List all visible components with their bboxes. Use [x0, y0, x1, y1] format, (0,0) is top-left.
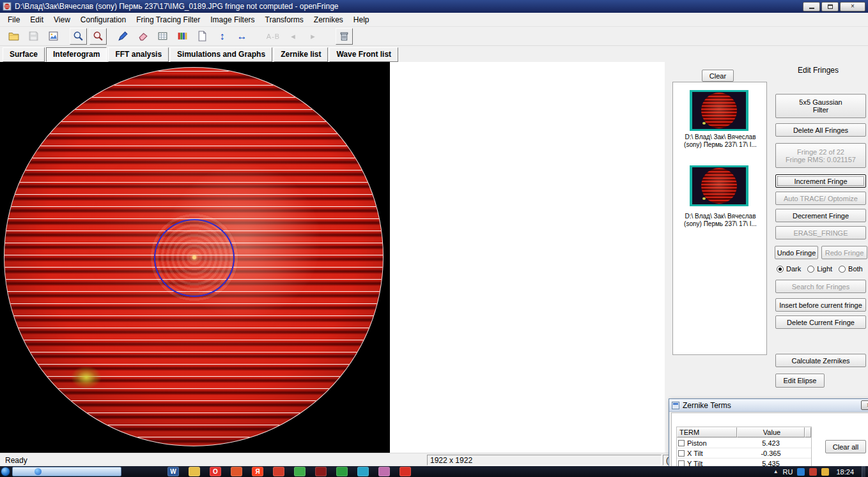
redo-fringe-button[interactable]: Redo Fringe	[821, 246, 867, 259]
table-row[interactable]: Piston 5.423	[677, 437, 811, 448]
taskbar-icon-word[interactable]: W	[167, 467, 179, 476]
taskbar: W O Я ▲ RU 18:24	[0, 466, 868, 477]
color-bars-icon	[177, 31, 188, 42]
menu-item-file[interactable]: File	[3, 13, 25, 26]
taskbar-icon-app-11[interactable]	[378, 467, 390, 476]
menu-item-fring-tracing-filter[interactable]: Fring Tracing Filter	[131, 13, 205, 26]
save-icon	[28, 31, 39, 42]
edit-elipse-button[interactable]: Edit Elipse	[775, 374, 825, 388]
zernike-checkbox-piston[interactable]	[678, 440, 685, 446]
toolbar-open-button[interactable]	[5, 28, 22, 45]
interferogram-canvas[interactable]	[0, 62, 390, 453]
window-minimize-button[interactable]	[803, 2, 820, 11]
taskbar-icon-browser[interactable]	[231, 467, 242, 476]
light-radio[interactable]	[807, 266, 814, 273]
taskbar-icon-yandex[interactable]: Я	[252, 467, 263, 476]
menu-item-transforms[interactable]: Transforms	[260, 13, 309, 26]
fringe-thumbnail-1[interactable]	[690, 90, 748, 131]
menu-item-view[interactable]: View	[49, 13, 75, 26]
toolbar: ↕ ↔ A-B ◄ ►	[0, 27, 868, 46]
gaussian-filter-button[interactable]: 5x5 Gaussian Filter	[775, 94, 866, 118]
calculate-zernikes-button[interactable]: Calculate Zernikes	[775, 354, 866, 367]
next-triangle-icon: ►	[309, 33, 316, 40]
delete-current-fringe-button[interactable]: Delete Current Fringe	[775, 315, 866, 329]
menu-item-edit[interactable]: Edit	[25, 13, 49, 26]
toolbar-zoom-button-2[interactable]	[89, 28, 107, 45]
fringe-thumbnail-2[interactable]	[690, 165, 748, 206]
taskbar-search-band[interactable]	[12, 467, 121, 476]
toolbar-next-button[interactable]: ►	[304, 28, 322, 45]
menu-item-configuration[interactable]: Configuration	[75, 13, 131, 26]
menu-item-help[interactable]: Help	[348, 13, 375, 26]
toolbar-pen-button[interactable]	[114, 28, 132, 45]
toolbar-horizontal-flip-button[interactable]: ↔	[233, 28, 251, 45]
taskbar-icon-app-12[interactable]	[399, 467, 411, 476]
term-column-header[interactable]: TERM	[677, 427, 737, 437]
toolbar-ab-button[interactable]: A-B	[265, 28, 282, 45]
fringe-panel: Edit Fringes Clear D:\ Влад\ Зак\ Вячесл…	[665, 62, 868, 453]
taskbar-clock[interactable]: 18:24	[836, 468, 854, 476]
start-button[interactable]	[1, 467, 10, 476]
tab-wave-front-list[interactable]: Wave Front list	[329, 47, 398, 62]
fringe-artifact-spot	[71, 366, 102, 389]
toolbar-grid-button[interactable]	[154, 28, 171, 45]
vertical-arrows-icon: ↕	[220, 31, 225, 42]
taskbar-icon-app-9[interactable]	[336, 467, 348, 476]
toolbar-colorbars-button[interactable]	[174, 28, 191, 45]
hidden-icons-chevron[interactable]: ▲	[773, 469, 779, 474]
tray-icon-network[interactable]	[797, 468, 805, 476]
decrement-fringe-button[interactable]: Decrement Fringe	[775, 209, 866, 222]
zernike-checkbox-y-tilt[interactable]	[678, 460, 685, 467]
tray-icon-volume[interactable]	[821, 468, 829, 476]
tab-zernike-list[interactable]: Zernike list	[274, 47, 328, 62]
clear-all-button[interactable]: Clear all	[825, 440, 866, 453]
browser-orb-icon	[35, 468, 42, 475]
auto-trace-button[interactable]: Auto TRACE/ Optomize	[775, 192, 866, 205]
toolbar-page-button[interactable]	[194, 28, 211, 45]
toolbar-save-button[interactable]	[25, 28, 42, 45]
taskbar-icon-app-6[interactable]	[273, 467, 284, 476]
tab-surface[interactable]: Surface	[3, 47, 45, 62]
window-maximize-button[interactable]	[821, 2, 839, 11]
toolbar-image-button[interactable]	[45, 28, 62, 45]
taskbar-icon-folder[interactable]	[189, 467, 200, 476]
erase-fringe-button[interactable]: ERASE_FRINGE	[775, 226, 866, 239]
taskbar-icon-app-10[interactable]	[357, 467, 369, 476]
toolbar-prev-button[interactable]: ◄	[284, 28, 302, 45]
language-indicator[interactable]: RU	[783, 468, 793, 476]
menu-item-image-filters[interactable]: Image Filters	[205, 13, 260, 26]
thumbnail-image	[692, 92, 746, 129]
tab-inteferogram[interactable]: Inteferogram	[46, 47, 107, 62]
tab-simulations-and-graphs[interactable]: Simulations and Graphs	[170, 47, 272, 62]
toolbar-zoom-button-1[interactable]	[70, 28, 87, 45]
thumbnail-fringe-disk	[701, 93, 737, 128]
both-radio[interactable]	[839, 266, 846, 273]
show-desktop-button[interactable]	[862, 466, 865, 477]
taskbar-icon-app-8[interactable]	[315, 467, 327, 476]
menu-item-zernikes[interactable]: Zernikes	[309, 13, 348, 26]
window-close-button[interactable]: ×	[840, 2, 865, 11]
toolbar-eraser-button[interactable]	[134, 28, 151, 45]
dark-radio[interactable]	[777, 266, 784, 273]
tab-fft-analysis[interactable]: FFT analysis	[108, 47, 169, 62]
dark-radio-label: Dark	[786, 265, 801, 273]
insert-before-fringe-button[interactable]: Insert before current fringe	[775, 298, 866, 312]
zernike-checkbox-x-tilt[interactable]	[678, 450, 685, 457]
toolbar-delete-button[interactable]	[336, 28, 353, 45]
taskbar-icon-opera[interactable]: O	[210, 467, 221, 476]
search-for-fringes-button[interactable]: Search for Fringes	[775, 280, 866, 293]
taskbar-icon-app-7[interactable]	[294, 467, 306, 476]
increment-fringe-button[interactable]: Increment Fringe	[775, 174, 866, 188]
tray-icon-antivirus[interactable]	[809, 468, 817, 476]
zernike-window-titlebar[interactable]: Zernike Terms ×	[669, 399, 868, 412]
zernike-close-button[interactable]: ×	[861, 400, 868, 410]
clear-button[interactable]: Clear	[702, 70, 734, 82]
undo-fringe-button[interactable]: Undo Fringe	[775, 246, 818, 259]
delete-all-fringes-button[interactable]: Delete All Fringes	[775, 123, 866, 137]
value-column-header[interactable]: Value	[737, 427, 805, 437]
toolbar-vertical-flip-button[interactable]: ↕	[213, 28, 231, 45]
close-icon: ×	[851, 3, 855, 10]
fringe-list[interactable]: D:\ Влад\ Зак\ Вячеслав (sony) Пермь 237…	[672, 82, 767, 355]
fringe-disk[interactable]	[4, 67, 384, 446]
table-row[interactable]: X Tilt -0.365	[677, 448, 811, 458]
